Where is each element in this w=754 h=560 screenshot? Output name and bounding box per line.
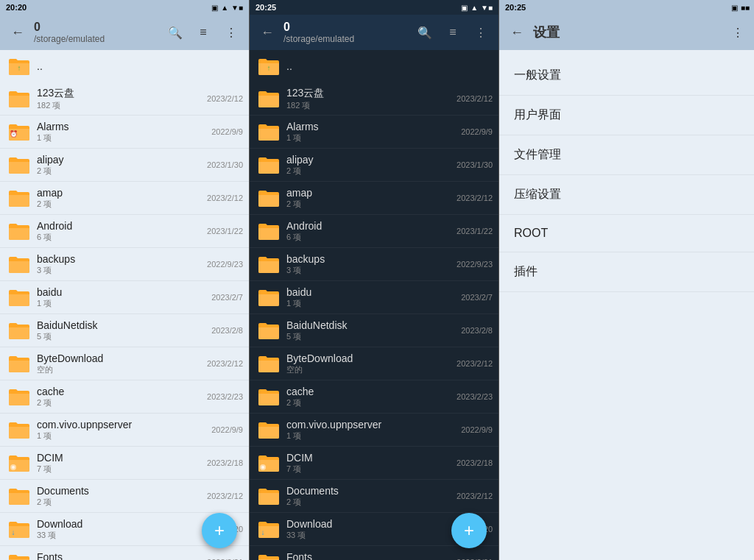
file-date: 2023/1/22 <box>457 227 493 235</box>
list-item[interactable]: Android 6 项 2023/1/22 <box>0 215 249 248</box>
file-date: 2023/2/23 <box>207 392 243 401</box>
file-meta: 2 项 <box>286 199 454 210</box>
left-more-button[interactable]: ⋮ <box>219 21 243 44</box>
settings-item-root[interactable]: ROOT <box>499 215 754 252</box>
list-item[interactable]: alipay 2 项 2023/1/30 <box>250 149 498 182</box>
settings-item-filemanage[interactable]: 文件管理 <box>499 135 754 175</box>
list-item[interactable]: ⏰ Alarms 1 项 2022/9/9 <box>0 116 249 149</box>
list-item[interactable]: DCIM 7 项 2023/2/18 <box>250 447 498 480</box>
list-item[interactable]: backups 3 项 2022/9/23 <box>250 248 498 281</box>
list-item[interactable]: baidu 1 项 2023/2/7 <box>250 281 498 314</box>
folder-icon <box>257 486 281 506</box>
file-meta: 2 项 <box>37 199 204 210</box>
folder-icon <box>7 386 31 407</box>
list-item[interactable]: Android 6 项 2023/1/22 <box>250 215 498 248</box>
file-info: BaiduNetdisk 5 项 <box>286 319 458 342</box>
folder-download-icon: ↓ <box>7 519 31 539</box>
left-list-button[interactable]: ≡ <box>191 21 215 44</box>
file-name: BaiduNetdisk <box>37 319 208 331</box>
mid-fab-button[interactable]: + <box>451 513 487 548</box>
list-item[interactable]: amap 2 项 2023/2/12 <box>0 182 249 215</box>
list-item[interactable]: ByteDownload 空的 2023/2/12 <box>0 347 249 380</box>
mid-more-button[interactable]: ⋮ <box>469 21 493 44</box>
list-item[interactable]: 123云盘 182 项 2023/2/12 <box>250 82 498 116</box>
file-name: backups <box>286 253 454 265</box>
file-meta: 2 项 <box>37 166 204 177</box>
file-date: 2022/9/9 <box>461 127 493 136</box>
list-item[interactable]: cache 2 项 2023/2/23 <box>0 380 249 414</box>
folder-icon-wrap <box>6 251 32 277</box>
folder-icon <box>7 486 31 506</box>
list-item[interactable]: com.vivo.upnpserver 1 项 2022/9/9 <box>250 414 498 447</box>
wifi-icon: ▲ <box>471 4 478 12</box>
folder-icon <box>257 254 281 274</box>
file-meta: 33 项 <box>37 530 204 541</box>
left-panel: 20:20 ▣ ▲ ▼■ ← 0 /storage/emulated 🔍 ≡ ⋮ <box>0 0 249 560</box>
folder-icon-wrap <box>256 284 282 311</box>
settings-item-general[interactable]: 一般设置 <box>499 56 754 96</box>
list-item[interactable]: Fonts 空的 2023/2/21 <box>0 546 249 560</box>
file-meta: 7 项 <box>286 464 454 475</box>
mid-back-button[interactable]: ← <box>256 21 279 44</box>
list-item[interactable]: DCIM 7 项 2023/2/18 <box>0 447 249 480</box>
left-back-button[interactable]: ← <box>6 21 29 44</box>
file-name: amap <box>37 187 204 199</box>
right-status-bar: 20:25 ▣ ■■ <box>499 0 754 15</box>
right-more-button[interactable]: ⋮ <box>726 21 750 44</box>
folder-icon <box>7 221 31 241</box>
file-date: 2023/2/12 <box>457 194 493 202</box>
mid-list-button[interactable]: ≡ <box>441 21 465 44</box>
svg-text:↑: ↑ <box>18 64 21 72</box>
list-item[interactable]: Fonts 空的 2023/2/21 <box>250 546 498 560</box>
sim-icon: ▣ <box>461 4 468 12</box>
list-item[interactable]: com.vivo.upnpserver 1 项 2022/9/9 <box>0 414 249 447</box>
left-back-folder-name: .. <box>37 60 43 72</box>
file-name: 123云盘 <box>37 87 204 100</box>
folder-icon-wrap <box>256 218 282 244</box>
list-item[interactable]: 123云盘 182 项 2023/2/12 <box>0 82 249 116</box>
list-item[interactable]: ByteDownload 空的 2023/2/12 <box>250 347 498 380</box>
mid-search-button[interactable]: 🔍 <box>413 21 437 44</box>
mid-back-folder[interactable]: ↑ .. <box>250 50 498 82</box>
settings-item-ui[interactable]: 用户界面 <box>499 96 754 135</box>
file-name: Documents <box>37 485 204 497</box>
settings-item-plugins[interactable]: 插件 <box>499 252 754 292</box>
left-path: /storage/emulated <box>34 34 159 44</box>
file-date: 2023/2/12 <box>457 359 493 368</box>
file-meta: 5 项 <box>286 331 458 342</box>
file-meta: 2 项 <box>286 497 454 508</box>
list-item[interactable]: alipay 2 项 2023/1/30 <box>0 149 249 182</box>
left-back-folder[interactable]: ↑ .. <box>0 50 249 82</box>
left-path-info: 0 /storage/emulated <box>34 21 159 44</box>
settings-item-compress[interactable]: 压缩设置 <box>499 175 754 215</box>
list-item[interactable]: baidu 1 项 2023/2/7 <box>0 281 249 314</box>
right-status-icons: ▣ ■■ <box>731 4 750 12</box>
file-name: backups <box>37 253 204 265</box>
folder-icon-wrap <box>256 417 282 443</box>
list-item[interactable]: BaiduNetdisk 5 项 2023/2/8 <box>250 314 498 347</box>
settings-list: 一般设置 用户界面 文件管理 压缩设置 ROOT 插件 <box>499 50 754 560</box>
file-date: 2022/9/9 <box>211 425 243 434</box>
file-meta: 1 项 <box>37 430 208 442</box>
mid-content: ↑ .. 123云盘 182 项 2023/2/12 <box>250 50 498 560</box>
right-back-button[interactable]: ← <box>505 21 529 44</box>
list-item[interactable]: Alarms 1 项 2022/9/9 <box>250 116 498 149</box>
list-item[interactable]: BaiduNetdisk 5 项 2023/2/8 <box>0 314 249 347</box>
svg-point-7 <box>261 466 264 469</box>
left-search-button[interactable]: 🔍 <box>163 21 187 44</box>
folder-icon-wrap <box>6 152 32 178</box>
file-name: Fonts <box>286 551 454 561</box>
list-item[interactable]: backups 3 项 2022/9/23 <box>0 248 249 281</box>
list-item[interactable]: cache 2 项 2023/2/23 <box>250 380 498 414</box>
list-item[interactable]: Documents 2 项 2023/2/12 <box>0 480 249 513</box>
file-meta: 1 项 <box>286 132 458 143</box>
folder-icon-wrap <box>256 549 282 560</box>
folder-icon <box>7 254 31 274</box>
file-info: backups 3 项 <box>37 253 204 276</box>
mid-path: /storage/emulated <box>283 34 409 44</box>
list-item[interactable]: amap 2 项 2023/2/12 <box>250 182 498 215</box>
file-info: Alarms 1 项 <box>37 121 208 143</box>
file-meta: 1 项 <box>286 430 458 442</box>
list-item[interactable]: Documents 2 项 2023/2/12 <box>250 480 498 513</box>
left-fab-button[interactable]: + <box>202 513 237 548</box>
